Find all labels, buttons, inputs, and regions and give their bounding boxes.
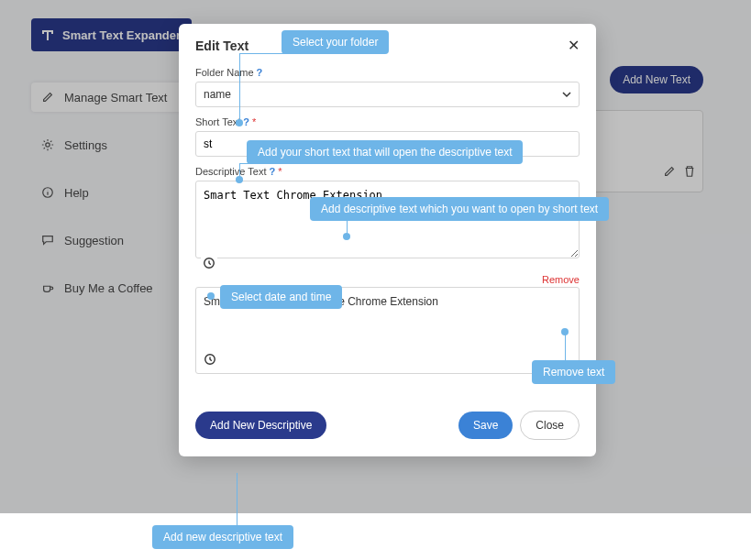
callout-dot [343,233,350,240]
callout-adddesc: Add new descriptive text [152,525,293,549]
add-new-descriptive-button[interactable]: Add New Descriptive [195,412,326,439]
required-mark: * [278,166,282,177]
modal-title: Edit Text [195,38,248,53]
callout-desc: Add descriptive text which you want to o… [310,197,609,221]
close-icon[interactable]: ✕ [568,37,580,54]
save-button[interactable]: Save [458,412,513,439]
callout-dot [561,328,569,335]
short-text-label: Short Text ? * [195,116,580,127]
close-label: Close [536,419,564,432]
folder-name-value: name [204,88,231,101]
callout-datetime: Select date and time [220,285,342,309]
callout-line [239,53,240,122]
chevron-down-icon [562,90,571,99]
help-icon[interactable]: ? [243,116,249,127]
callout-line [565,332,566,361]
folder-name-label: Folder Name ? [195,67,580,78]
callout-dot [236,176,243,183]
help-icon[interactable]: ? [269,166,275,177]
help-icon[interactable]: ? [257,67,263,78]
descriptive-text-label: Descriptive Text ? * [195,166,580,177]
edit-text-modal: Edit Text ✕ Folder Name ? name Short Tex… [179,24,596,456]
callout-remove: Remove text [532,360,615,384]
clock-icon[interactable] [201,255,217,271]
callout-short: Add your short text that will open the d… [247,140,523,164]
callout-line [237,473,237,526]
required-mark: * [252,116,256,127]
callout-dot [207,292,215,300]
clock-icon[interactable] [202,351,218,368]
save-label: Save [473,419,498,432]
callout-dot [236,119,243,126]
add-new-descriptive-label: Add New Descriptive [210,419,312,432]
remove-link[interactable]: Remove [195,274,580,285]
callout-folder: Select your folder [282,30,389,54]
folder-name-select[interactable]: name [195,82,580,107]
close-button[interactable]: Close [520,411,580,440]
